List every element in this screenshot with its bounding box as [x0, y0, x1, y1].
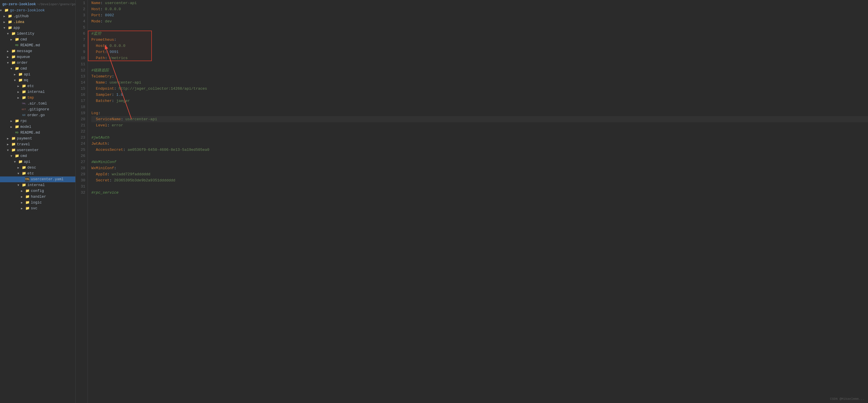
- sidebar-item-usercenter-cmd-api[interactable]: ▼📁api: [0, 159, 75, 165]
- line-number-8: 8: [75, 43, 85, 49]
- tree-label-order: order: [17, 61, 28, 65]
- code-area[interactable]: Name: usercenter-apiHost: 0.0.0.0Port: 8…: [88, 0, 868, 403]
- project-name: go-zero-looklook: [2, 2, 36, 6]
- code-line-27: #WxMiniConf: [91, 159, 868, 165]
- token-val: ae0536f9-6450-4606-8e13-5a19ed505ea0: [128, 147, 210, 153]
- sidebar-item-identity-cmd[interactable]: ▶📁cmd: [0, 37, 75, 42]
- sidebar-item-usercenter-cmd-api-desc[interactable]: ▶📁desc: [0, 165, 75, 171]
- sidebar-item-mqueue[interactable]: ▶📁mqueue: [0, 54, 75, 60]
- sidebar-item-root[interactable]: ▼📁go-zero-looklook: [0, 7, 75, 13]
- tree-icon-usercenter-cmd-api: 📁: [18, 160, 23, 164]
- sidebar-item-order-cmd-mq-ordrego[interactable]: GOorder.go: [0, 112, 75, 118]
- tree-label-usercenter-cmd: cmd: [20, 154, 27, 158]
- token-valnum: 1.0: [116, 92, 123, 98]
- token-indent: [91, 98, 96, 104]
- sidebar-item-order-cmd[interactable]: ▼📁cmd: [0, 66, 75, 71]
- sidebar-item-order-rpc[interactable]: ▶📁rpc: [0, 118, 75, 124]
- sidebar-item-order-cmd-mq-gitignore[interactable]: GIT.gitignore: [0, 107, 75, 112]
- token-key: WxMiniConf: [91, 165, 114, 171]
- token-key: Name: [96, 80, 105, 86]
- line-number-6: 6: [75, 31, 85, 37]
- sidebar-item-identity-readme[interactable]: MDREADME.md: [0, 42, 75, 48]
- sidebar-item-usercenter-cmd-api-etc[interactable]: ▼📁etc: [0, 171, 75, 176]
- tree-icon-order-cmd: 📁: [14, 66, 19, 71]
- tree-arrow-usercenter-cmd-api-desc: ▶: [18, 166, 22, 170]
- line-number-13: 13: [75, 74, 85, 80]
- sidebar-item-app[interactable]: ▼📁app: [0, 25, 75, 31]
- tree-arrow-mqueue: ▶: [7, 55, 11, 59]
- tree-label-root: go-zero-looklook: [10, 8, 45, 12]
- tree-icon-travel: 📁: [11, 142, 16, 147]
- sidebar-item-order-cmd-mq-etc[interactable]: ▶📁etc: [0, 83, 75, 89]
- tree-label-order-rpc: rpc: [20, 119, 27, 123]
- sidebar-item-idea[interactable]: ▶📁.idea: [0, 19, 75, 25]
- sidebar-item-order-cmd-api[interactable]: ▶📁api: [0, 71, 75, 78]
- sidebar-item-usercenter-internal-svc[interactable]: ▶📁svc: [0, 206, 75, 211]
- line-number-9: 9: [75, 49, 85, 55]
- line-number-12: 12: [75, 67, 85, 74]
- token-indent: [91, 122, 96, 128]
- code-line-20: ServiceName: usercenter-api: [91, 116, 868, 122]
- code-line-21: Level: error: [91, 122, 868, 128]
- token-comment: #rpc_service: [91, 190, 119, 196]
- line-number-1: 1: [75, 0, 85, 6]
- sidebar-item-usercenter-cmd-api-internal[interactable]: ▼📁internal: [0, 182, 75, 188]
- line-number-11: 11: [75, 61, 85, 67]
- line-number-22: 22: [75, 128, 85, 135]
- token-colon: :: [110, 177, 114, 183]
- sidebar-item-message[interactable]: ▶📁message: [0, 48, 75, 54]
- tree-label-identity: identity: [17, 32, 34, 36]
- token-key: Port: [91, 12, 100, 18]
- tree-arrow-usercenter-internal-svc: ▶: [21, 207, 25, 210]
- tree-icon-usercenter-cmd-api-internal: 📁: [22, 183, 26, 188]
- sidebar-item-usercenter-internal-handler[interactable]: ▶📁handler: [0, 194, 75, 200]
- sidebar-item-order-readme[interactable]: MDREADME.md: [0, 130, 75, 136]
- tree-arrow-usercenter-internal-logic: ▶: [21, 201, 25, 204]
- code-line-18: [91, 104, 868, 110]
- tree-icon-usercenter-cmd-api-desc: 📁: [22, 165, 26, 170]
- tree-label-order-cmd-mq-etc: etc: [27, 84, 34, 88]
- token-indent: [91, 147, 96, 153]
- sidebar-item-usercenter[interactable]: ▼📁usercenter: [0, 147, 75, 153]
- tree-label-app: app: [13, 26, 20, 30]
- token-colon: :: [107, 171, 112, 177]
- sidebar-item-usercenter-internal-logic[interactable]: ▶📁logic: [0, 200, 75, 206]
- sidebar-item-identity[interactable]: ▼📁identity: [0, 31, 75, 37]
- tree-label-order-readme: README.md: [20, 131, 40, 135]
- sidebar-item-usercenter-cmd[interactable]: ▼📁cmd: [0, 153, 75, 159]
- token-indent: [91, 49, 96, 55]
- tree-icon-mqueue: 📁: [11, 55, 16, 59]
- sidebar-item-order-cmd-mq[interactable]: ▼📁mq: [0, 78, 75, 83]
- sidebar-item-order-model[interactable]: ▶📁model: [0, 124, 75, 130]
- sidebar-item-order-cmd-mq-air[interactable]: TML.air.toml: [0, 101, 75, 107]
- tree-label-usercenter-cmd-api-internal: internal: [27, 183, 45, 187]
- token-key: Sampler: [96, 92, 112, 98]
- token-comment: #WxMiniConf: [91, 159, 116, 165]
- sidebar-item-payment[interactable]: ▶📁payment: [0, 136, 75, 142]
- tree-icon-message: 📁: [11, 49, 16, 54]
- token-colon: :: [114, 165, 116, 171]
- sidebar-item-github[interactable]: ▶📁.github: [0, 13, 75, 19]
- code-line-19: Log:: [91, 110, 868, 116]
- sidebar-item-usercenter-yaml[interactable]: YMLusercenter.yaml: [0, 176, 75, 182]
- tree-icon-identity-cmd: 📁: [14, 37, 19, 42]
- tree-label-usercenter-internal-logic: logic: [31, 201, 42, 205]
- tree-icon-order-cmd-mq-ordrego: GO: [22, 113, 26, 118]
- tree-label-identity-cmd: cmd: [20, 37, 27, 41]
- sidebar-item-order-cmd-mq-tmp[interactable]: ▶📁tmp: [0, 95, 75, 101]
- code-line-3: Port: 8002: [91, 12, 868, 18]
- token-key: Batcher: [96, 98, 112, 104]
- token-val: http://jager_collector:14268/api/traces: [119, 86, 207, 92]
- sidebar-item-travel[interactable]: ▶📁travel: [0, 142, 75, 147]
- sidebar-item-order[interactable]: ▼📁order: [0, 60, 75, 66]
- code-line-28: WxMiniConf:: [91, 165, 868, 171]
- token-val: usercenter-api: [125, 116, 157, 122]
- sidebar-item-order-cmd-mq-internal[interactable]: ▶📁internal: [0, 89, 75, 95]
- tree-icon-identity: 📁: [11, 31, 16, 36]
- tree-icon-order-rpc: 📁: [14, 119, 19, 123]
- tree-icon-usercenter-internal-svc: 📁: [25, 206, 30, 211]
- line-number-30: 30: [75, 177, 85, 183]
- sidebar-item-usercenter-internal-config[interactable]: ▶📁config: [0, 188, 75, 194]
- token-colon: :: [123, 147, 128, 153]
- tree-icon-usercenter-cmd: 📁: [14, 154, 19, 159]
